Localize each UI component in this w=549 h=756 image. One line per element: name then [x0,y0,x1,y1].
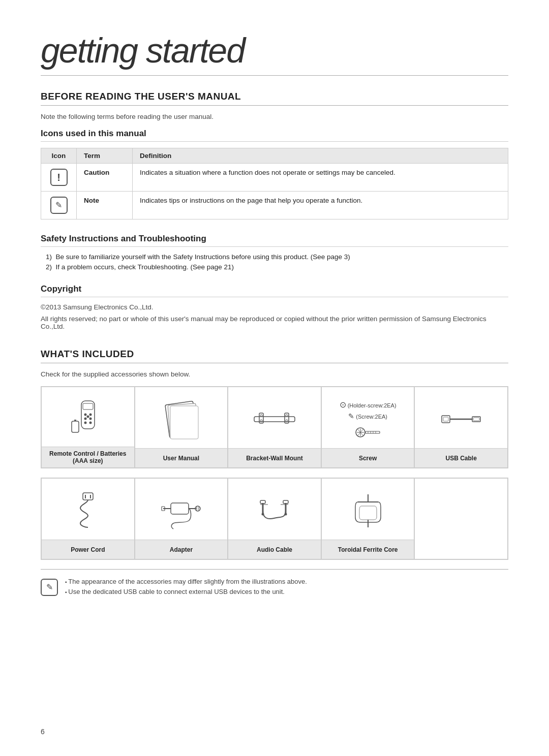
audio-cable-img [250,479,298,540]
caution-definition: Indicates a situation where a function d… [133,164,508,192]
safety-section: Safety Instructions and Troubleshooting … [41,234,508,271]
svg-rect-9 [72,421,79,432]
adapter-label: Adapter [135,540,228,559]
svg-rect-1 [83,403,93,410]
before-reading-header: BEFORE READING THE USER'S MANUAL [41,91,508,106]
safety-item-2: 2) If a problem occurs, check Troublesho… [46,263,508,271]
usb-cable-img [436,387,486,448]
svg-rect-32 [443,417,448,421]
safety-header: Safety Instructions and Troubleshooting [41,234,508,247]
bottom-note-2: Use the dedicated USB cable to connect e… [65,588,307,595]
screw-img: ⊙ (Holder-screw:2EA) ✎ (Screw:2EA) [334,387,402,448]
svg-rect-13 [170,406,198,439]
svg-point-8 [89,421,92,424]
screw-label: Screw [322,448,414,467]
usb-cable-label: USB Cable [415,448,507,467]
remote-control-icon [70,398,106,439]
svg-point-2 [84,413,86,416]
bracket-icon [252,405,297,433]
whats-included-section: WHAT'S INCLUDED Check for the supplied a… [41,349,508,598]
col-icon: Icon [41,148,77,164]
bracket-label: Bracket-Wall Mount [228,448,321,467]
copyright-line1: ©2013 Samsung Electronics Co.,Ltd. [41,303,508,311]
accessory-user-manual: User Manual [135,387,228,468]
remote-control-label: Remote Control / Batteries (AAA size) [42,447,134,467]
svg-point-3 [89,413,92,416]
adapter-img [156,479,206,540]
bracket-img [247,387,302,448]
svg-rect-0 [81,401,95,429]
svg-point-52 [262,513,264,516]
svg-rect-36 [83,493,93,500]
caution-icon-cell: ! [41,164,77,192]
power-cord-label: Power Cord [42,540,134,559]
whats-included-header: WHAT'S INCLUDED [41,349,508,363]
whats-included-note: Check for the supplied accessories shown… [41,370,508,378]
power-cord-icon [70,490,106,531]
icons-subsection-header: Icons used in this manual [41,129,508,142]
toroidal-label: Toroidal Ferrite Core [322,540,414,559]
svg-point-53 [285,513,287,516]
bottom-notes: ✎ The appearance of the accessories may … [41,569,508,598]
section1-note: Note the following terms before reading … [41,113,508,120]
page-title: getting started [41,30,508,76]
accessory-toroidal: Toroidal Ferrite Core [321,478,415,559]
copyright-section: Copyright ©2013 Samsung Electronics Co.,… [41,284,508,330]
empty-cell [414,478,508,559]
before-reading-section: BEFORE READING THE USER'S MANUAL Note th… [41,91,508,330]
bottom-note-icon: ✎ [41,579,58,596]
svg-point-5 [89,417,92,420]
bottom-note-1: The appearance of the accessories may di… [65,578,307,585]
adapter-icon [161,490,201,531]
usb-cable-icon [441,406,481,432]
accessory-power-cord: Power Cord [41,478,135,559]
note-icon-cell: ✎ [41,192,77,219]
caution-icon: ! [50,169,68,186]
svg-point-6 [86,415,89,418]
icons-subsection: Icons used in this manual Icon Term Defi… [41,129,508,219]
power-cord-img [65,479,111,540]
accessories-row2: Power Cord [41,478,508,560]
accessories-row1: Remote Control / Batteries (AAA size) Us… [41,386,508,468]
copyright-line2: All rights reserved; no part or whole of… [41,315,508,330]
accessory-adapter: Adapter [135,478,228,559]
note-icon: ✎ [50,197,68,214]
accessory-bracket: Bracket-Wall Mount [228,387,321,468]
table-row-caution: ! Caution Indicates a situation where a … [41,164,508,192]
icons-table: Icon Term Definition ! Caution Indicates… [41,148,508,219]
toroidal-img [345,479,391,540]
accessory-audio-cable: Audio Cable [228,478,321,559]
screw-info: ⊙ (Holder-screw:2EA) ✎ (Screw:2EA) [340,399,396,422]
user-manual-img [157,387,205,448]
svg-rect-26 [365,431,380,433]
user-manual-icon [162,399,200,439]
remote-control-img [65,387,111,447]
safety-list: 1) Be sure to familiarize yourself with … [41,253,508,271]
table-row-note: ✎ Note Indicates tips or instructions on… [41,192,508,219]
note-term: Note [77,192,133,219]
svg-rect-31 [442,416,450,423]
screw-icon [355,425,381,440]
toroidal-icon [350,492,386,530]
user-manual-label: User Manual [135,448,228,467]
note-definition: Indicates tips or instructions on the pa… [133,192,508,219]
svg-rect-35 [473,418,479,421]
accessory-usb-cable: USB Cable [414,387,508,468]
svg-point-7 [84,421,86,424]
audio-cable-icon [255,490,293,531]
svg-point-4 [84,417,86,420]
accessory-screw: ⊙ (Holder-screw:2EA) ✎ (Screw:2EA) [321,387,415,468]
page-number: 6 [41,728,45,736]
caution-term: Caution [77,164,133,192]
safety-item-1: 1) Be sure to familiarize yourself with … [46,253,508,261]
copyright-header: Copyright [41,284,508,297]
col-term: Term [77,148,133,164]
bottom-note-list: The appearance of the accessories may di… [65,578,307,598]
svg-rect-39 [171,503,189,514]
accessory-remote-control: Remote Control / Batteries (AAA size) [41,387,135,468]
col-definition: Definition [133,148,508,164]
audio-cable-label: Audio Cable [228,540,321,559]
